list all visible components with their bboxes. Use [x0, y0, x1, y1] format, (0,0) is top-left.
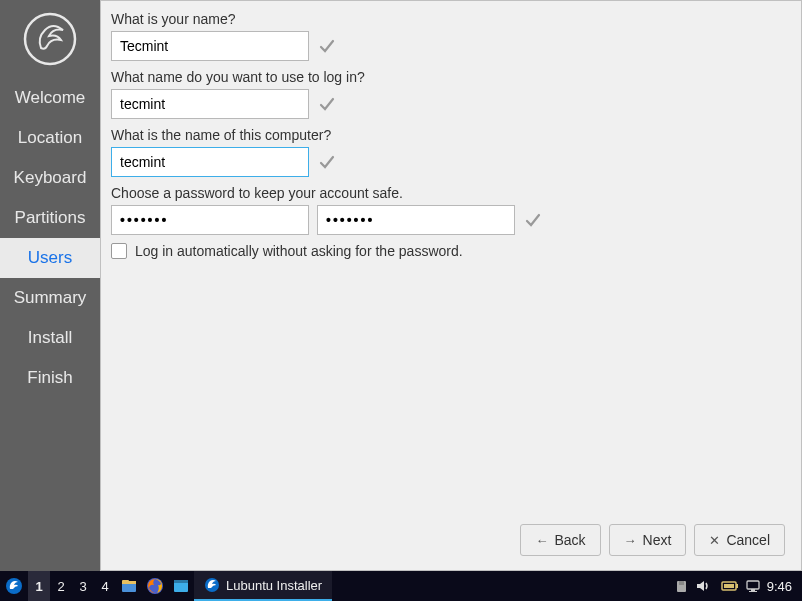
desktop-3[interactable]: 3	[72, 571, 94, 601]
svg-rect-12	[736, 584, 738, 588]
sidebar-item-summary[interactable]: Summary	[0, 278, 100, 318]
svg-rect-7	[174, 580, 188, 583]
button-bar: ← Back → Next ✕ Cancel	[111, 514, 785, 556]
check-icon	[523, 210, 543, 230]
hostname-input[interactable]	[111, 147, 309, 177]
network-icon[interactable]	[745, 579, 761, 593]
close-icon: ✕	[709, 533, 720, 548]
arrow-left-icon: ←	[535, 533, 548, 548]
login-label: What name do you want to use to log in?	[111, 69, 785, 85]
start-menu-button[interactable]	[0, 571, 28, 601]
sidebar-item-partitions[interactable]: Partitions	[0, 198, 100, 238]
check-icon	[317, 36, 337, 56]
sidebar-item-keyboard[interactable]: Keyboard	[0, 158, 100, 198]
cancel-button[interactable]: ✕ Cancel	[694, 524, 785, 556]
autologin-checkbox[interactable]	[111, 243, 127, 259]
login-input[interactable]	[111, 89, 309, 119]
desktop-4[interactable]: 4	[94, 571, 116, 601]
svg-rect-4	[122, 580, 129, 583]
svg-rect-10	[679, 581, 684, 585]
sidebar-item-welcome[interactable]: Welcome	[0, 78, 100, 118]
password-label: Choose a password to keep your account s…	[111, 185, 785, 201]
svg-rect-15	[751, 589, 755, 591]
removable-media-icon[interactable]	[674, 579, 689, 594]
volume-icon[interactable]	[695, 578, 711, 594]
task-title: Lubuntu Installer	[226, 578, 322, 593]
sidebar-item-finish[interactable]: Finish	[0, 358, 100, 398]
arrow-right-icon: →	[624, 533, 637, 548]
svg-rect-16	[749, 591, 757, 592]
password-confirm-input[interactable]	[317, 205, 515, 235]
name-input[interactable]	[111, 31, 309, 61]
desktop-1[interactable]: 1	[28, 571, 50, 601]
sidebar-item-install[interactable]: Install	[0, 318, 100, 358]
sidebar-item-users[interactable]: Users	[0, 238, 100, 278]
svg-rect-14	[747, 581, 759, 589]
next-button[interactable]: → Next	[609, 524, 687, 556]
battery-icon[interactable]	[721, 579, 739, 593]
taskbar: 1 2 3 4 Lubuntu Installer 9:46	[0, 571, 802, 601]
desktop-2[interactable]: 2	[50, 571, 72, 601]
distro-logo	[0, 0, 100, 78]
svg-point-0	[25, 14, 75, 64]
autologin-label: Log in automatically without asking for …	[135, 243, 463, 259]
back-button[interactable]: ← Back	[520, 524, 600, 556]
sidebar: Welcome Location Keyboard Partitions Use…	[0, 0, 100, 571]
hostname-label: What is the name of this computer?	[111, 127, 785, 143]
task-lubuntu-installer[interactable]: Lubuntu Installer	[194, 571, 332, 601]
file-manager-icon[interactable]	[116, 571, 142, 601]
sidebar-item-location[interactable]: Location	[0, 118, 100, 158]
name-label: What is your name?	[111, 11, 785, 27]
firefox-icon[interactable]	[142, 571, 168, 601]
clock[interactable]: 9:46	[767, 579, 792, 594]
svg-rect-13	[724, 584, 734, 588]
password-input[interactable]	[111, 205, 309, 235]
main-content: What is your name? What name do you want…	[100, 0, 802, 571]
check-icon	[317, 152, 337, 172]
check-icon	[317, 94, 337, 114]
show-desktop-icon[interactable]	[168, 571, 194, 601]
